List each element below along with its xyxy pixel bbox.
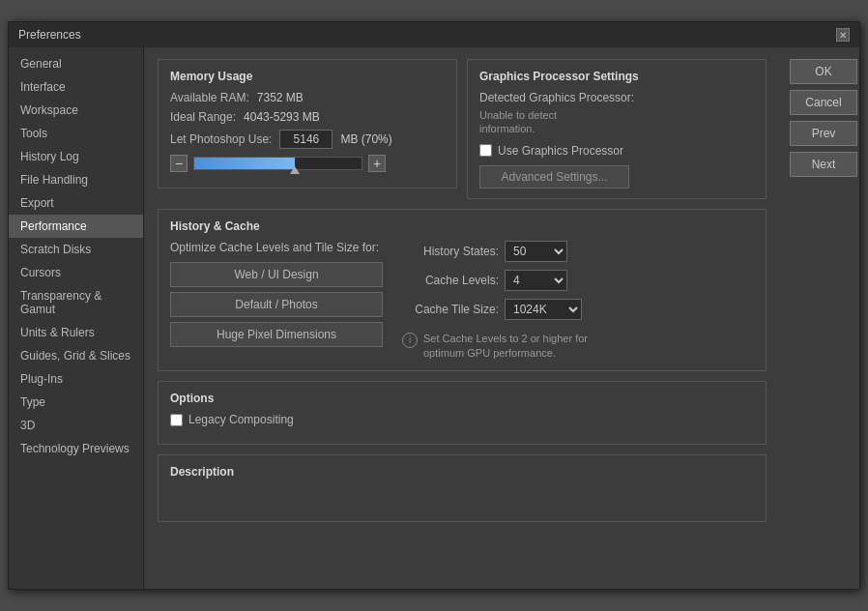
photoshop-use-input[interactable]	[279, 130, 333, 149]
gpu-tip: i Set Cache Levels to 2 or higher for op…	[402, 332, 754, 362]
sidebar-item-workspace[interactable]: Workspace	[9, 99, 143, 122]
cache-tile-row: Cache Tile Size: 1024K	[402, 299, 754, 320]
top-section: Memory Usage Available RAM: 7352 MB Idea…	[158, 59, 767, 199]
use-gpu-row: Use Graphics Processor	[479, 144, 754, 158]
info-icon: i	[402, 333, 418, 348]
sidebar-item-3d[interactable]: 3D	[9, 414, 143, 437]
default-photos-button[interactable]: Default / Photos	[170, 292, 383, 317]
sidebar-item-interface[interactable]: Interface	[9, 75, 143, 99]
ideal-range-value: 4043-5293 MB	[244, 110, 320, 124]
slider-decrease-button[interactable]: −	[170, 155, 188, 172]
title-bar: Preferences ✕	[9, 22, 859, 47]
legacy-compositing-checkbox[interactable]	[170, 414, 183, 426]
optimize-label: Optimize Cache Levels and Tile Size for:	[170, 241, 383, 254]
dialog-body: GeneralInterfaceWorkspaceToolsHistory Lo…	[9, 47, 859, 589]
gpu-box: Graphics Processor Settings Detected Gra…	[467, 59, 767, 199]
buttons-panel: OK Cancel Prev Next	[780, 47, 859, 589]
available-ram-row: Available RAM: 7352 MB	[170, 91, 445, 104]
cancel-button[interactable]: Cancel	[790, 90, 857, 115]
history-cache-content: Optimize Cache Levels and Tile Size for:…	[170, 241, 754, 362]
dialog-title: Preferences	[18, 28, 81, 42]
sidebar: GeneralInterfaceWorkspaceToolsHistory Lo…	[9, 47, 144, 589]
memory-usage-section: Memory Usage Available RAM: 7352 MB Idea…	[158, 59, 457, 199]
advanced-settings-button[interactable]: Advanced Settings...	[479, 165, 629, 189]
ok-button[interactable]: OK	[790, 59, 857, 84]
history-cache-title: History & Cache	[170, 219, 754, 233]
cache-levels-label: Cache Levels:	[402, 274, 499, 287]
description-title: Description	[170, 465, 754, 479]
web-ui-design-button[interactable]: Web / UI Design	[170, 262, 383, 287]
sidebar-item-export[interactable]: Export	[9, 191, 143, 215]
sidebar-item-transparency---gamut[interactable]: Transparency & Gamut	[9, 284, 143, 321]
hc-buttons: Web / UI Design Default / Photos Huge Pi…	[170, 262, 383, 347]
hc-left: Optimize Cache Levels and Tile Size for:…	[170, 241, 383, 362]
memory-usage-title: Memory Usage	[170, 70, 445, 83]
legacy-compositing-label: Legacy Compositing	[188, 413, 294, 426]
sidebar-item-cursors[interactable]: Cursors	[9, 261, 143, 284]
slider-fill	[194, 158, 295, 169]
sidebar-item-technology-previews[interactable]: Technology Previews	[9, 437, 143, 460]
history-states-select[interactable]: 50	[505, 241, 567, 262]
prev-button[interactable]: Prev	[790, 121, 857, 146]
let-photoshop-use-row: Let Photoshop Use: MB (70%)	[170, 130, 445, 149]
gpu-detected-label: Detected Graphics Processor:	[479, 91, 754, 104]
percent-label: MB (70%)	[340, 132, 391, 146]
main-content: Memory Usage Available RAM: 7352 MB Idea…	[144, 47, 780, 589]
memory-usage-box: Memory Usage Available RAM: 7352 MB Idea…	[158, 59, 457, 189]
legacy-compositing-row: Legacy Compositing	[170, 413, 754, 426]
sidebar-item-tools[interactable]: Tools	[9, 122, 143, 145]
options-title: Options	[170, 392, 754, 405]
gpu-title: Graphics Processor Settings	[479, 70, 754, 83]
memory-slider[interactable]	[193, 157, 362, 170]
ideal-range-label: Ideal Range:	[170, 110, 236, 124]
slider-thumb	[290, 166, 300, 174]
sidebar-item-history-log[interactable]: History Log	[9, 145, 143, 168]
sidebar-item-scratch-disks[interactable]: Scratch Disks	[9, 238, 143, 261]
description-section: Description	[158, 454, 767, 522]
gpu-tip-text: Set Cache Levels to 2 or higher for opti…	[423, 332, 588, 362]
use-gpu-checkbox[interactable]	[479, 144, 492, 157]
hc-right: History States: 50 Cache Levels: 4	[402, 241, 754, 362]
huge-pixel-button[interactable]: Huge Pixel Dimensions	[170, 322, 383, 347]
history-cache-section: History & Cache Optimize Cache Levels an…	[158, 209, 767, 372]
cache-tile-label: Cache Tile Size:	[402, 303, 499, 316]
sidebar-item-plug-ins[interactable]: Plug-Ins	[9, 367, 143, 391]
history-states-label: History States:	[402, 245, 499, 258]
close-button[interactable]: ✕	[836, 28, 850, 42]
available-ram-label: Available RAM:	[170, 91, 249, 104]
sidebar-item-file-handling[interactable]: File Handling	[9, 168, 143, 191]
next-button[interactable]: Next	[790, 152, 857, 177]
cache-tile-select[interactable]: 1024K	[505, 299, 582, 320]
sidebar-item-general[interactable]: General	[9, 52, 143, 75]
preferences-dialog: Preferences ✕ GeneralInterfaceWorkspaceT…	[8, 21, 860, 590]
ideal-range-row: Ideal Range: 4043-5293 MB	[170, 110, 445, 124]
sidebar-item-performance[interactable]: Performance	[9, 215, 143, 238]
gpu-info-text: Unable to detect information.	[479, 108, 754, 136]
memory-slider-container: − +	[170, 155, 445, 172]
cache-levels-row: Cache Levels: 4	[402, 270, 754, 291]
hc-controls: History States: 50 Cache Levels: 4	[402, 241, 754, 362]
sidebar-item-type[interactable]: Type	[9, 391, 143, 414]
cache-levels-select[interactable]: 4	[505, 270, 567, 291]
sidebar-item-guides--grid---slices[interactable]: Guides, Grid & Slices	[9, 344, 143, 367]
history-states-row: History States: 50	[402, 241, 754, 262]
let-photoshop-use-label: Let Photoshop Use:	[170, 132, 272, 146]
use-gpu-label: Use Graphics Processor	[498, 144, 623, 158]
available-ram-value: 7352 MB	[257, 91, 304, 104]
gpu-section: Graphics Processor Settings Detected Gra…	[467, 59, 767, 199]
sidebar-item-units---rulers[interactable]: Units & Rulers	[9, 321, 143, 344]
slider-increase-button[interactable]: +	[368, 155, 386, 172]
options-section: Options Legacy Compositing	[158, 381, 767, 445]
